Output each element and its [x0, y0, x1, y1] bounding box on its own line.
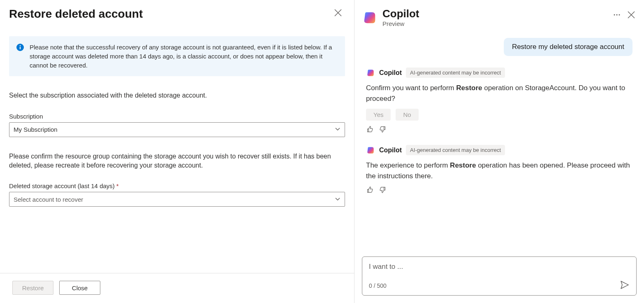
bot-head: Copilot AI-generated content may be inco…	[366, 68, 632, 78]
copilot-title: Copilot	[382, 7, 608, 20]
chat-body: Restore my deleted storage account Copil…	[362, 35, 637, 256]
thumbs-down-icon[interactable]	[379, 126, 387, 134]
user-message: Restore my deleted storage account	[504, 38, 632, 56]
send-icon[interactable]	[620, 280, 630, 291]
bot-head: Copilot AI-generated content may be inco…	[366, 145, 632, 155]
copilot-panel: Copilot Preview Restore my deleted stora…	[354, 0, 644, 303]
copilot-subtitle: Preview	[382, 20, 608, 27]
subscription-label: Subscription	[9, 113, 345, 120]
bot-text: Confirm you want to perform Restore oper…	[366, 83, 632, 104]
panel-title: Restore deleted account	[9, 7, 143, 21]
close-button[interactable]: Close	[59, 281, 100, 295]
svg-point-2	[20, 45, 21, 47]
subscription-value: My Subscription	[14, 126, 58, 133]
more-icon[interactable]	[613, 11, 621, 21]
ai-disclaimer-badge: AI-generated content may be incorrect	[406, 68, 505, 78]
confirm-row: Yes No	[366, 109, 632, 121]
info-text: Please note that the successful recovery…	[30, 43, 338, 70]
char-count: 0 / 500	[369, 282, 387, 289]
svg-point-5	[619, 14, 620, 16]
panel-footer: Restore Close	[0, 273, 354, 303]
feedback-row	[366, 186, 632, 195]
chat-input-bottom: 0 / 500	[369, 280, 630, 291]
chevron-down-icon	[335, 196, 341, 203]
bot-message: Copilot AI-generated content may be inco…	[366, 145, 632, 195]
chat-input-area[interactable]: I want to ... 0 / 500	[362, 256, 637, 296]
subscription-select[interactable]: My Subscription	[9, 122, 345, 137]
panel-header: Restore deleted account	[0, 0, 354, 25]
feedback-row	[366, 126, 632, 134]
svg-rect-1	[20, 47, 21, 49]
info-icon	[16, 44, 24, 51]
deleted-account-placeholder: Select account to recover	[14, 196, 83, 203]
thumbs-down-icon[interactable]	[379, 186, 387, 195]
copilot-logo-icon	[362, 10, 378, 26]
bot-name: Copilot	[379, 147, 402, 154]
copilot-logo-small-icon	[366, 146, 375, 155]
bot-text: The experience to perform Restore operat…	[366, 160, 632, 181]
no-button[interactable]: No	[396, 109, 418, 121]
chevron-down-icon	[335, 126, 341, 133]
copilot-header: Copilot Preview	[362, 4, 637, 35]
ai-disclaimer-badge: AI-generated content may be incorrect	[406, 145, 505, 155]
restore-button[interactable]: Restore	[12, 281, 53, 295]
restore-panel: Restore deleted account Please note that…	[0, 0, 354, 303]
thumbs-up-icon[interactable]	[366, 186, 373, 195]
instruction-subscription: Select the subscription associated with …	[9, 91, 345, 100]
user-message-row: Restore my deleted storage account	[366, 38, 632, 56]
copilot-title-wrap: Copilot Preview	[382, 7, 608, 27]
instruction-resource-group: Please confirm the resource group contai…	[9, 152, 345, 170]
thumbs-up-icon[interactable]	[366, 126, 373, 134]
deleted-account-label: Deleted storage account (last 14 days)*	[9, 182, 345, 189]
svg-point-4	[616, 14, 618, 16]
info-banner: Please note that the successful recovery…	[9, 36, 345, 76]
close-icon[interactable]	[333, 7, 343, 19]
chat-input-placeholder: I want to ...	[369, 263, 630, 271]
yes-button[interactable]: Yes	[366, 109, 391, 121]
required-star: *	[116, 182, 119, 189]
copilot-header-actions	[613, 11, 635, 21]
copilot-logo-small-icon	[366, 68, 375, 77]
close-copilot-icon[interactable]	[628, 11, 635, 21]
bot-message: Copilot AI-generated content may be inco…	[366, 68, 632, 134]
svg-point-3	[614, 14, 615, 16]
panel-body: Please note that the successful recovery…	[0, 25, 354, 273]
deleted-account-select[interactable]: Select account to recover	[9, 192, 345, 207]
bot-name: Copilot	[379, 69, 402, 77]
